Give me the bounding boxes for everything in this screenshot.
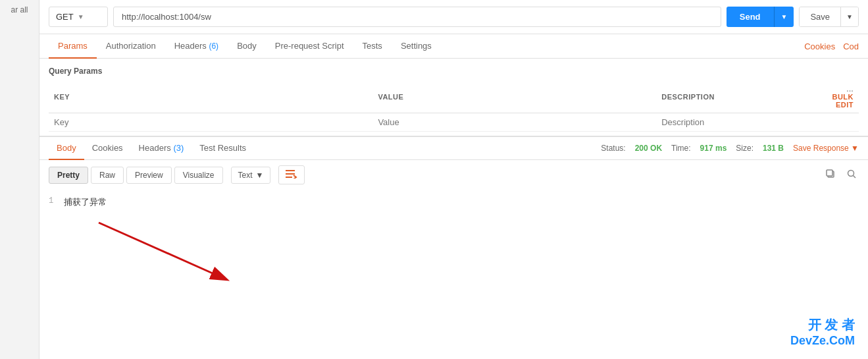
time-label: Time: [671,144,691,153]
watermark-line1: 开 发 者 [790,316,855,333]
tab-prerequest[interactable]: Pre-request Script [266,34,353,59]
key-input[interactable] [54,117,367,127]
save-dropdown-button[interactable]: ▼ [840,7,858,26]
svg-rect-2 [286,177,292,178]
arrow-annotation [79,209,243,275]
params-placeholder-row [49,113,859,132]
clear-all-label[interactable]: ar all [0,0,39,20]
method-select[interactable]: GET ▼ [49,7,108,27]
cookies-link[interactable]: Cookies [804,41,835,51]
copy-button[interactable] [823,168,838,182]
search-button[interactable] [844,168,859,182]
body-line-1: 1 捕获了异常 [49,195,859,209]
format-chevron-icon: ▼ [256,171,264,180]
body-icons-right [823,168,859,182]
watermark-line2: DevZe.CoM [790,333,855,348]
query-params-section: Query Params KEY VALUE DESCRIPTION ... B… [39,59,868,132]
request-tabs: Params Authorization Headers (6) Body Pr… [39,34,868,59]
view-pretty-button[interactable]: Pretty [49,167,88,184]
req-tab-right: Cookies Cod [804,41,859,51]
response-body: 1 捕获了异常 [39,190,868,359]
tab-headers[interactable]: Headers (6) [165,34,228,59]
tab-authorization[interactable]: Authorization [97,34,165,59]
query-params-title: Query Params [49,67,859,76]
save-button[interactable]: Save [800,7,840,26]
save-response-button[interactable]: Save Response ▼ [793,144,859,153]
col-value: VALUE [372,81,656,113]
svg-rect-4 [827,170,832,176]
svg-line-6 [854,176,856,179]
svg-rect-0 [286,170,295,171]
status-label: Status: [601,144,625,153]
watermark: 开 发 者 DevZe.CoM [790,316,855,348]
view-raw-button[interactable]: Raw [91,167,124,184]
line-number-1: 1 [49,196,53,206]
body-toolbar: Pretty Raw Preview Visualize Text ▼ [39,160,868,190]
body-text-1: 捕获了异常 [64,196,107,208]
send-button[interactable]: Send [727,7,774,27]
view-preview-button[interactable]: Preview [126,167,172,184]
svg-rect-1 [286,173,295,175]
format-select[interactable]: Text ▼ [231,167,271,184]
send-dropdown-button[interactable]: ▼ [774,7,794,27]
more-options-icon[interactable]: ... [846,85,854,93]
format-label: Text [238,171,253,180]
tab-tests[interactable]: Tests [353,34,392,59]
tab-settings[interactable]: Settings [392,34,441,59]
resp-tab-headers[interactable]: Headers (3) [131,137,192,160]
save-btn-group: Save ▼ [799,7,859,27]
bulk-edit-link[interactable]: Bulk Edit [832,93,854,109]
status-value: 200 OK [635,144,662,153]
resp-headers-badge: (3) [173,143,184,153]
copy-icon [826,169,835,179]
left-sidebar: ar all [0,0,39,359]
tab-body[interactable]: Body [228,34,266,59]
col-description: DESCRIPTION [656,81,818,113]
method-label: GET [56,12,74,22]
svg-line-8 [99,223,217,275]
size-value: 131 B [763,144,784,153]
headers-badge: (6) [209,41,218,51]
size-label: Size: [736,144,753,153]
svg-point-5 [848,171,854,177]
method-chevron-icon: ▼ [78,13,84,20]
url-input[interactable] [113,7,721,27]
wrap-icon [286,169,297,179]
send-btn-group: Send ▼ [727,7,794,27]
description-input[interactable] [661,117,813,127]
col-key: KEY [49,81,372,113]
url-bar: GET ▼ Send ▼ Save ▼ [39,0,868,34]
wrap-button[interactable] [278,165,305,184]
resp-tab-cookies[interactable]: Cookies [84,137,131,160]
resp-tab-body[interactable]: Body [49,137,84,160]
params-table: KEY VALUE DESCRIPTION ... Bulk Edit [49,81,859,132]
code-link[interactable]: Cod [843,41,859,51]
response-status-area: Status: 200 OK Time: 917 ms Size: 131 B … [601,144,859,153]
search-icon [847,169,856,179]
resp-tab-test-results[interactable]: Test Results [191,137,254,160]
response-tabs: Body Cookies Headers (3) Test Results St… [39,136,868,160]
time-value: 917 ms [700,144,727,153]
view-visualize-button[interactable]: Visualize [174,167,223,184]
value-input[interactable] [378,117,651,127]
tab-params[interactable]: Params [49,34,97,59]
save-response-dropdown-icon: ▼ [851,144,859,153]
